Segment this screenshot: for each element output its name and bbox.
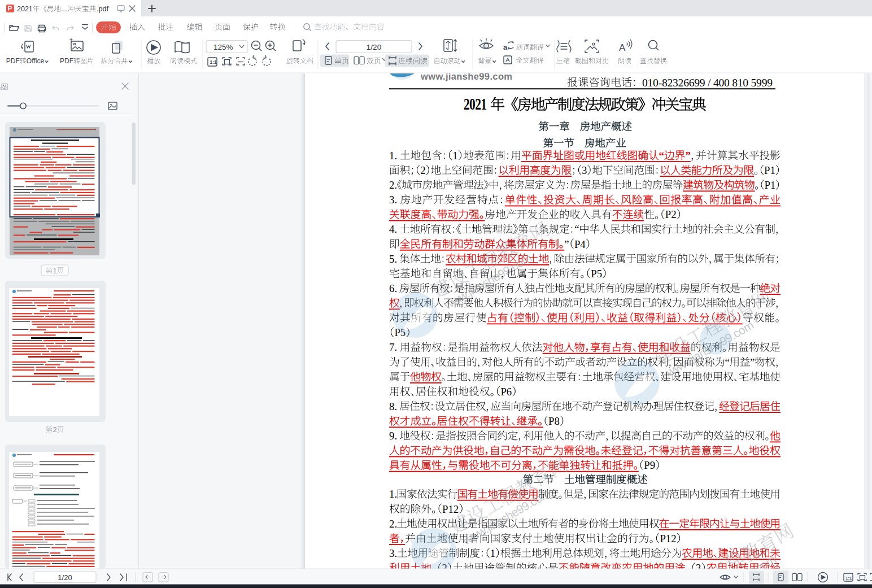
svg-text:6.: 6. (389, 282, 397, 294)
svg-text:P2: P2 (665, 208, 677, 220)
svg-text:PDF: PDF (6, 57, 20, 65)
svg-text:“: “ (659, 150, 664, 162)
svg-text:4.: 4. (389, 223, 397, 235)
svg-text:3: 3 (582, 164, 587, 176)
svg-text:”: ” (750, 356, 755, 368)
svg-text:2.: 2. (389, 179, 397, 191)
svg-text:2021: 2021 (17, 5, 33, 13)
svg-text:P9: P9 (644, 459, 655, 471)
svg-text:010-82326699 / 400 810 5999: 010-82326699 / 400 810 5999 (642, 77, 773, 89)
svg-text:PDF: PDF (60, 57, 73, 65)
svg-text:.pdf: .pdf (97, 5, 108, 13)
svg-text:“: “ (574, 223, 579, 235)
svg-text:3.: 3. (389, 547, 397, 559)
svg-text:1:1: 1:1 (845, 576, 852, 581)
svg-text:5.: 5. (389, 253, 397, 265)
svg-text:1/20: 1/20 (367, 43, 381, 51)
svg-text:P5: P5 (591, 268, 602, 280)
svg-text:P1: P1 (764, 164, 775, 176)
svg-text:1: 1 (490, 547, 495, 559)
svg-text:3.: 3. (389, 194, 397, 206)
svg-text:1: 1 (53, 267, 56, 275)
svg-text:1:1: 1:1 (210, 59, 217, 65)
svg-text:2.: 2. (389, 518, 397, 530)
svg-text:8.: 8. (389, 400, 397, 412)
svg-text:P1: P1 (764, 179, 775, 191)
svg-text:2: 2 (53, 425, 56, 434)
svg-text:“: “ (725, 356, 730, 368)
svg-text:”: ” (685, 150, 690, 162)
svg-text:7.: 7. (389, 341, 397, 353)
svg-text:P12: P12 (442, 503, 459, 515)
svg-text:a: a (503, 43, 508, 51)
svg-text:1/20: 1/20 (58, 573, 72, 582)
svg-text:2: 2 (420, 164, 425, 176)
svg-text:P12: P12 (660, 533, 676, 545)
svg-text:1: 1 (452, 150, 457, 162)
svg-text:A: A (619, 42, 626, 53)
svg-text:P4: P4 (574, 238, 586, 250)
svg-text:1.: 1. (389, 488, 397, 500)
svg-text:125%: 125% (213, 43, 233, 51)
svg-text:9.: 9. (389, 430, 397, 442)
svg-text:Office: Office (27, 57, 45, 65)
svg-text:”: ” (564, 238, 569, 250)
svg-text:P6: P6 (500, 386, 512, 398)
svg-text:P8: P8 (548, 415, 560, 427)
svg-text:2021: 2021 (464, 95, 487, 113)
svg-text:1.: 1. (389, 150, 397, 162)
svg-text:...: ... (61, 5, 67, 13)
